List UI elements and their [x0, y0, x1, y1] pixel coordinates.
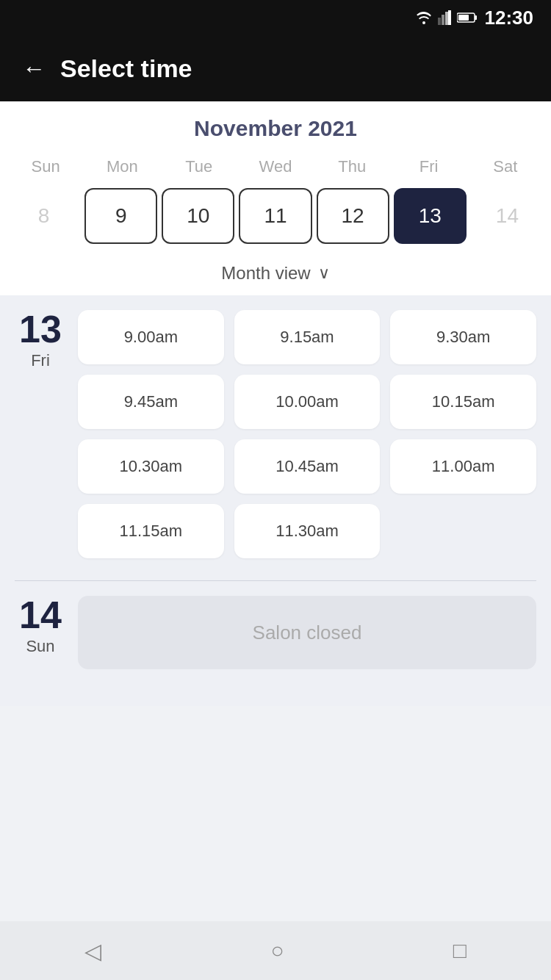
slot-1015am[interactable]: 10.15am — [390, 375, 536, 429]
weekday-mon: Mon — [84, 153, 160, 181]
day-14-number: 14 — [19, 596, 62, 634]
slot-945am[interactable]: 9.45am — [78, 375, 224, 429]
svg-rect-3 — [448, 10, 451, 25]
day-13-block: 13 Fri 9.00am 9.15am 9.30am 9.45am 10.00… — [15, 310, 536, 558]
salon-closed-label: Salon closed — [78, 596, 536, 669]
time-section: 13 Fri 9.00am 9.15am 9.30am 9.45am 10.00… — [0, 295, 551, 706]
day-10[interactable]: 10 — [162, 188, 234, 244]
chevron-down-icon: ∨ — [318, 264, 330, 283]
weekday-fri: Fri — [390, 153, 467, 181]
day-13-slots: 9.00am 9.15am 9.30am 9.45am 10.00am 10.1… — [78, 310, 536, 558]
day-8[interactable]: 8 — [7, 188, 80, 244]
nav-back-icon[interactable]: ◁ — [84, 938, 101, 964]
section-divider — [15, 580, 536, 581]
month-year-label: November 2021 — [0, 116, 551, 141]
slot-1030am[interactable]: 10.30am — [78, 439, 224, 494]
battery-icon — [457, 12, 478, 24]
day-14-label: 14 Sun — [15, 596, 66, 669]
status-bar: 12:30 — [0, 0, 551, 35]
slot-1100am[interactable]: 11.00am — [390, 439, 536, 494]
day-11[interactable]: 11 — [239, 188, 311, 244]
day-14-block: 14 Sun Salon closed — [15, 596, 536, 669]
weekday-thu: Thu — [314, 153, 390, 181]
slot-930am[interactable]: 9.30am — [390, 310, 536, 364]
wifi-icon — [416, 11, 432, 24]
day-9[interactable]: 9 — [84, 188, 157, 244]
back-button[interactable]: ← — [22, 57, 46, 80]
nav-bar: ◁ ○ □ — [0, 921, 551, 980]
slot-1130am[interactable]: 11.30am — [234, 504, 381, 558]
day-12[interactable]: 12 — [317, 188, 389, 244]
signal-icon — [438, 10, 451, 25]
slot-915am[interactable]: 9.15am — [234, 310, 381, 364]
weekday-sat: Sat — [467, 153, 544, 181]
status-time: 12:30 — [485, 7, 534, 29]
svg-rect-2 — [445, 12, 448, 25]
day-14-name: Sun — [26, 637, 54, 656]
month-view-label: Month view — [221, 263, 310, 284]
day-13-label: 13 Fri — [15, 310, 66, 558]
slot-1115am[interactable]: 11.15am — [78, 504, 224, 558]
weekday-sun: Sun — [7, 153, 84, 181]
svg-rect-0 — [438, 18, 441, 25]
day-13-name: Fri — [31, 351, 50, 370]
slot-900am[interactable]: 9.00am — [78, 310, 224, 364]
app-header: ← Select time — [0, 35, 551, 101]
svg-rect-1 — [442, 15, 444, 25]
slot-1000am[interactable]: 10.00am — [234, 375, 381, 429]
weekday-wed: Wed — [237, 153, 314, 181]
day-14[interactable]: 14 — [471, 188, 544, 244]
svg-rect-5 — [475, 15, 477, 20]
weekdays-row: Sun Mon Tue Wed Thu Fri Sat — [0, 153, 551, 181]
day-13-number: 13 — [19, 310, 62, 348]
nav-recents-icon[interactable]: □ — [453, 938, 467, 963]
page-title: Select time — [60, 54, 192, 83]
days-row: 8 9 10 11 12 13 14 — [0, 181, 551, 256]
calendar-section: November 2021 Sun Mon Tue Wed Thu Fri Sa… — [0, 101, 551, 295]
status-icons — [416, 10, 478, 25]
month-view-toggle[interactable]: Month view ∨ — [0, 256, 551, 295]
svg-rect-6 — [458, 15, 469, 21]
nav-home-icon[interactable]: ○ — [270, 938, 284, 963]
slot-1045am[interactable]: 10.45am — [234, 439, 381, 494]
day-13[interactable]: 13 — [394, 188, 467, 244]
weekday-tue: Tue — [161, 153, 237, 181]
